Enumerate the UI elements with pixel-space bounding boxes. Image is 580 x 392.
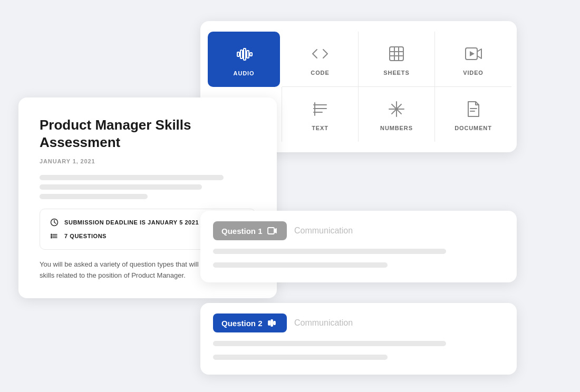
media-item-document[interactable]: DOCUMENT [435,87,511,142]
question-1-type-icon [267,226,277,236]
questions-text: 7 QUESTIONS [64,233,107,239]
svg-rect-34 [271,320,273,326]
svg-marker-32 [274,229,276,233]
svg-rect-0 [237,52,239,56]
media-item-text[interactable]: TEXT [282,87,359,142]
q2-line-1 [213,341,446,346]
numbers-icon [385,97,408,121]
document-label: DOCUMENT [455,125,492,131]
svg-rect-3 [247,51,249,58]
skeleton-line-1 [40,175,224,180]
video-icon [462,42,485,65]
svg-rect-5 [390,47,403,61]
svg-rect-2 [244,48,246,60]
sheets-label: SHEETS [383,70,409,76]
numbers-label: NUMBERS [380,125,413,131]
assessment-title: Product Manager Skills Assessment [40,116,256,151]
question-1-category: Communication [294,226,353,236]
svg-rect-1 [240,50,243,58]
assessment-date: JANUARY 1, 2021 [40,158,256,164]
media-item-code[interactable]: CODE [282,32,359,87]
question-1-badge[interactable]: Question 1 [213,221,287,240]
document-icon [462,97,485,121]
question-1-header: Question 1 Communication [213,221,504,240]
list-icon [50,231,59,241]
code-label: CODE [311,70,329,76]
video-label: VIDEO [463,70,484,76]
question-1-lines [213,249,504,272]
question-2-badge[interactable]: Question 2 [213,313,287,332]
media-item-audio[interactable]: AUDIO [208,32,280,87]
code-icon [308,42,332,65]
svg-rect-35 [274,321,275,325]
svg-marker-11 [470,51,475,56]
svg-point-30 [51,237,52,238]
question-2-category: Communication [294,318,353,328]
text-label: TEXT [312,125,328,131]
svg-rect-31 [268,228,274,234]
svg-rect-33 [268,321,270,325]
audio-icon [233,43,256,66]
media-item-video[interactable]: VIDEO [435,32,511,87]
question-2-label: Question 2 [221,319,263,328]
question-card-2: Question 2 Communication [200,303,517,375]
skeleton-line-3 [40,194,148,199]
audio-label: AUDIO [234,70,255,76]
question-card-1: Question 1 Communication [200,211,517,282]
media-item-sheets[interactable]: SHEETS [359,32,435,87]
question-2-lines [213,341,504,364]
deadline-text: SUBMISSION DEADLINE IS JANUARY 5 2021 AT [64,219,208,226]
question-2-type-icon [267,318,277,328]
question-2-header: Question 2 Communication [213,313,504,332]
sheets-icon [385,42,408,65]
q1-line-2 [213,262,388,268]
question-1-label: Question 1 [221,227,263,236]
media-item-numbers[interactable]: NUMBERS [359,87,435,142]
q1-line-1 [213,249,446,254]
text-icon [308,97,332,121]
svg-point-28 [51,234,52,235]
clock-icon [50,218,59,227]
svg-point-29 [51,236,52,237]
skeleton-line-2 [40,184,202,190]
svg-rect-4 [250,53,252,56]
q2-line-2 [213,355,388,360]
